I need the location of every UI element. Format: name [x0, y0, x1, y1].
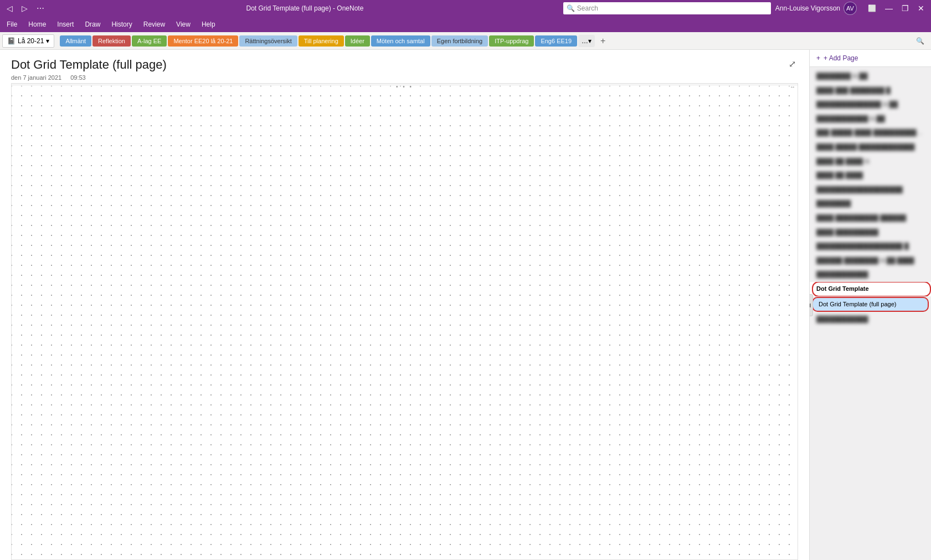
- page-title[interactable]: Dot Grid Template (full page): [11, 56, 786, 73]
- menu-review[interactable]: Review: [139, 19, 169, 30]
- tab-alag-ee[interactable]: A-lag EE: [132, 35, 167, 47]
- page-label: Dot Grid Template (full page): [819, 301, 896, 307]
- tab-eng6[interactable]: Eng6 EE19: [535, 35, 577, 47]
- menu-file[interactable]: File: [2, 19, 22, 30]
- sidebar-page-dot-grid-template-full-wrapper: Dot Grid Template (full page): [810, 297, 931, 312]
- dot-grid[interactable]: [12, 86, 798, 560]
- add-page-label: + Add Page: [824, 54, 858, 62]
- main-layout: Dot Grid Template (full page) den 7 janu…: [0, 50, 931, 560]
- menu-home[interactable]: Home: [24, 19, 50, 30]
- page-label: Dot Grid Template: [816, 285, 869, 292]
- search-placeholder: Search: [577, 4, 598, 12]
- dot-grid-container[interactable]: • • • ↔: [11, 83, 798, 560]
- page-date-text: den 7 januari 2021: [11, 74, 61, 81]
- sidebar-collapse-toggle[interactable]: ◀: [809, 294, 813, 316]
- resize-right-icon[interactable]: ↔: [790, 84, 795, 90]
- list-item[interactable]: ████ ██ ████ lå: [810, 155, 931, 169]
- tab-itp[interactable]: ITP-uppdrag: [489, 35, 534, 47]
- menu-help[interactable]: Help: [197, 19, 220, 30]
- restore-button[interactable]: ❐: [899, 4, 911, 13]
- resize-dots-icon: • • •: [396, 84, 413, 86]
- list-item[interactable]: ████████████ lå ██: [810, 112, 931, 126]
- more-button[interactable]: ⋯: [34, 4, 47, 13]
- list-item[interactable]: ███ █████ ████ ████████████ ████: [810, 126, 931, 140]
- add-page-button[interactable]: + + Add Page: [810, 50, 931, 67]
- window-title: Dot Grid Template (full page) - OneNote: [47, 4, 563, 12]
- add-icon: +: [816, 54, 820, 62]
- tab-reflektion[interactable]: Reflektion: [92, 35, 131, 47]
- notebook-icon: 📓: [7, 37, 16, 45]
- chevron-down-icon: ▾: [46, 37, 49, 45]
- notebook-name: Lå 20-21: [18, 37, 44, 45]
- user-name: Ann-Louise Vigorsson: [775, 4, 840, 12]
- page-title-block: Dot Grid Template (full page) den 7 janu…: [11, 56, 786, 81]
- search-bar[interactable]: 🔍 Search: [563, 2, 771, 14]
- list-item[interactable]: ████████████: [810, 268, 931, 282]
- menu-bar: File Home Insert Draw History Review Vie…: [0, 17, 931, 32]
- tab-moten[interactable]: Möten och samtal: [371, 35, 430, 47]
- list-item[interactable]: ████ ██████████: [810, 225, 931, 240]
- expand-button[interactable]: ⤢: [786, 56, 798, 71]
- list-item[interactable]: ████████████: [810, 312, 931, 327]
- tab-planering[interactable]: Till planering: [299, 35, 344, 47]
- collapse-icon: ◀: [809, 302, 811, 308]
- notebook-selector[interactable]: 📓 Lå 20-21 ▾: [2, 34, 54, 48]
- page-time-text: 09:53: [70, 74, 86, 81]
- tab-rattning[interactable]: Rättningsöversikt: [239, 35, 297, 47]
- tab-allman[interactable]: Allmänt: [60, 35, 91, 47]
- menu-view[interactable]: View: [172, 19, 195, 30]
- page-date: den 7 januari 2021 09:53: [11, 74, 786, 81]
- list-item[interactable]: ████████████████████ █: [810, 239, 931, 254]
- menu-draw[interactable]: Draw: [80, 19, 105, 30]
- more-tabs-button[interactable]: …▾: [578, 35, 595, 47]
- list-item[interactable]: ████ █████ █████████████: [810, 140, 931, 155]
- menu-insert[interactable]: Insert: [53, 19, 78, 30]
- tab-ideer[interactable]: Idéer: [345, 35, 370, 47]
- minimize-button[interactable]: —: [883, 4, 895, 13]
- page-sidebar: ◀ + + Add Page ████████ lå ██ ████ ███ █…: [809, 50, 931, 560]
- grid-resize-handle[interactable]: • • • ↔: [12, 84, 798, 86]
- sidebar-page-dot-grid-full[interactable]: Dot Grid Template (full page): [812, 297, 929, 312]
- back-button[interactable]: ◁: [4, 4, 15, 13]
- content-area: Dot Grid Template (full page) den 7 janu…: [0, 50, 809, 560]
- sidebar-page-dot-grid-template[interactable]: Dot Grid Template: [810, 282, 931, 296]
- sidebar-search-button[interactable]: 🔍: [912, 35, 929, 47]
- list-item[interactable]: ████████ lå ██: [810, 69, 931, 84]
- section-tab-bar: 📓 Lå 20-21 ▾ Allmänt Reflektion A-lag EE…: [0, 32, 931, 50]
- list-item[interactable]: ████ ██████████ ██████: [810, 211, 931, 225]
- page-header: Dot Grid Template (full page) den 7 janu…: [0, 50, 809, 83]
- tab-fortbildning[interactable]: Egen fortbildning: [431, 35, 488, 47]
- user-profile[interactable]: Ann-Louise Vigorsson AV: [775, 2, 857, 15]
- tab-mentor[interactable]: Mentor EE20 lå 20-21: [168, 35, 238, 47]
- search-icon: 🔍: [567, 4, 575, 12]
- list-item[interactable]: ██████ ████████ lå ██ ████: [810, 254, 931, 268]
- list-item[interactable]: ████████: [810, 197, 931, 211]
- window-controls-left: ◁ ▷ ⋯: [4, 4, 47, 13]
- list-item[interactable]: ████ ██ ████: [810, 168, 931, 183]
- page-list: ████████ lå ██ ████ ███ ████████ █ █████…: [810, 67, 931, 560]
- title-bar: ◁ ▷ ⋯ Dot Grid Template (full page) - On…: [0, 0, 931, 17]
- list-item[interactable]: ███████████████ lå ██: [810, 97, 931, 112]
- add-section-button[interactable]: +: [596, 34, 610, 48]
- close-button[interactable]: ✕: [915, 4, 927, 13]
- avatar: AV: [843, 2, 857, 15]
- list-item[interactable]: ████████████████████: [810, 183, 931, 197]
- list-item[interactable]: ████ ███ ████████ █: [810, 84, 931, 98]
- ribbon-toggle[interactable]: ⬜: [866, 4, 878, 12]
- menu-history[interactable]: History: [107, 19, 136, 30]
- forward-button[interactable]: ▷: [19, 4, 30, 13]
